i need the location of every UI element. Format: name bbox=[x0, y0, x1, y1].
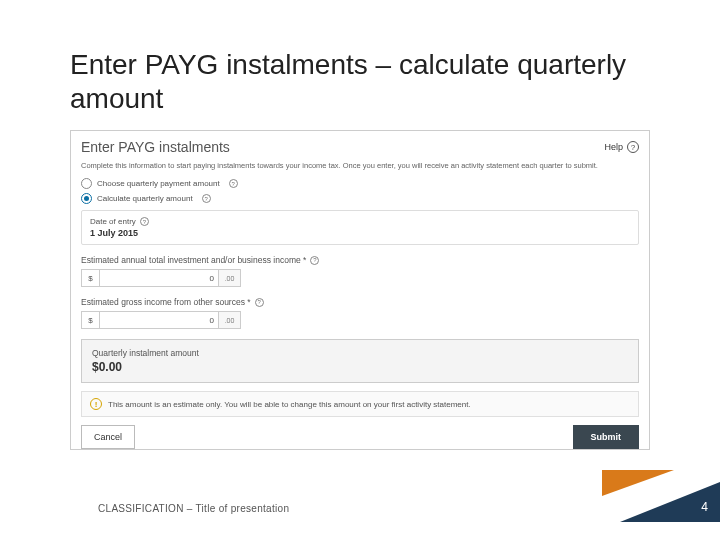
radio-icon bbox=[81, 178, 92, 189]
currency-symbol: $ bbox=[81, 311, 99, 329]
radio-icon bbox=[81, 193, 92, 204]
business-income-input[interactable] bbox=[99, 269, 219, 287]
currency-cents: .00 bbox=[219, 311, 241, 329]
help-icon[interactable]: ? bbox=[229, 179, 238, 188]
note-text: This amount is an estimate only. You wil… bbox=[108, 400, 471, 409]
business-income-field: $ .00 bbox=[81, 269, 639, 287]
help-link[interactable]: Help ? bbox=[604, 141, 639, 153]
business-income-label: Estimated annual total investment and/or… bbox=[81, 255, 639, 265]
slide-footer: CLASSIFICATION – Title of presentation bbox=[98, 503, 289, 514]
panel-footer: Cancel Submit bbox=[81, 425, 639, 449]
quarterly-result-box: Quarterly instalment amount $0.00 bbox=[81, 339, 639, 383]
submit-button[interactable]: Submit bbox=[573, 425, 640, 449]
other-income-field: $ .00 bbox=[81, 311, 639, 329]
cancel-button[interactable]: Cancel bbox=[81, 425, 135, 449]
info-icon: ! bbox=[90, 398, 102, 410]
radio-calculate-amount[interactable]: Calculate quarterly amount ? bbox=[81, 193, 639, 204]
help-icon[interactable]: ? bbox=[202, 194, 211, 203]
panel-title: Enter PAYG instalments bbox=[81, 139, 230, 155]
panel-header: Enter PAYG instalments Help ? bbox=[81, 139, 639, 155]
result-value: $0.00 bbox=[92, 360, 628, 374]
help-icon: ? bbox=[627, 141, 639, 153]
slide-title: Enter PAYG instalments – calculate quart… bbox=[70, 48, 630, 115]
estimate-note: ! This amount is an estimate only. You w… bbox=[81, 391, 639, 417]
help-icon[interactable]: ? bbox=[140, 217, 149, 226]
page-number: 4 bbox=[701, 500, 708, 514]
radio-label: Choose quarterly payment amount bbox=[97, 179, 220, 188]
date-of-entry-block: Date of entry ? 1 July 2015 bbox=[81, 210, 639, 245]
radio-choose-amount[interactable]: Choose quarterly payment amount ? bbox=[81, 178, 639, 189]
currency-symbol: $ bbox=[81, 269, 99, 287]
radio-label: Calculate quarterly amount bbox=[97, 194, 193, 203]
intro-text: Complete this information to start payin… bbox=[81, 161, 639, 170]
date-of-entry-value: 1 July 2015 bbox=[90, 228, 630, 238]
help-icon[interactable]: ? bbox=[310, 256, 319, 265]
other-income-input[interactable] bbox=[99, 311, 219, 329]
corner-decoration: 4 bbox=[600, 470, 720, 522]
payg-panel: Enter PAYG instalments Help ? Complete t… bbox=[70, 130, 650, 450]
slide: Enter PAYG instalments – calculate quart… bbox=[0, 0, 720, 540]
currency-cents: .00 bbox=[219, 269, 241, 287]
help-icon[interactable]: ? bbox=[255, 298, 264, 307]
date-of-entry-label: Date of entry ? bbox=[90, 217, 630, 226]
result-label: Quarterly instalment amount bbox=[92, 348, 628, 358]
help-label: Help bbox=[604, 142, 623, 152]
other-income-label: Estimated gross income from other source… bbox=[81, 297, 639, 307]
